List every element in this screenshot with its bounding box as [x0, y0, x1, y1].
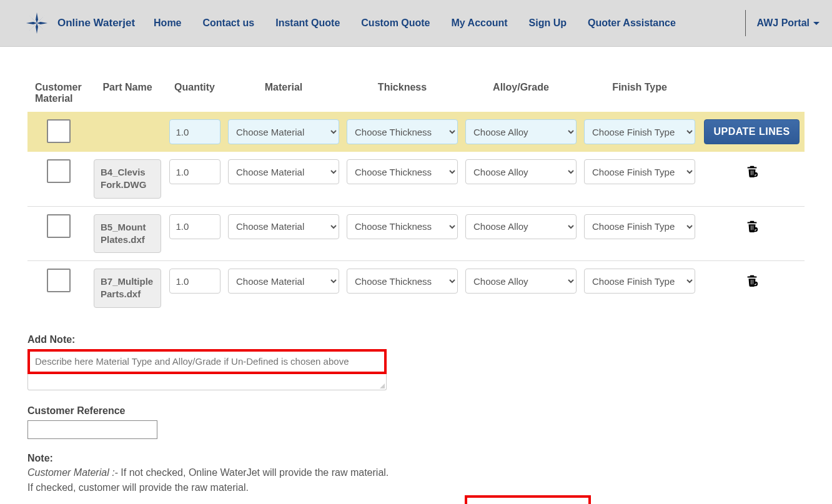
resize-handle-icon — [379, 382, 385, 388]
quantity-input[interactable] — [169, 269, 220, 294]
nav-divider — [745, 10, 746, 36]
svg-marker-2 — [26, 22, 37, 24]
customer-material-checkbox[interactable] — [47, 119, 71, 143]
nav-quoter-assistance[interactable]: Quoter Assistance — [588, 17, 676, 29]
svg-marker-4 — [29, 16, 37, 23]
save-highlight: SAVE DETAILS — [465, 495, 591, 505]
update-lines-button[interactable]: UPDATE LINES — [704, 119, 799, 144]
material-select[interactable]: Choose Material — [228, 269, 339, 294]
add-note-highlight — [27, 349, 387, 374]
material-select[interactable]: Choose Material — [228, 214, 339, 239]
thickness-select[interactable]: Choose Thickness — [347, 214, 458, 239]
nav-links: Home Contact us Instant Quote Custom Quo… — [154, 17, 676, 29]
portal-label: AWJ Portal — [757, 17, 810, 29]
parts-table: Customer Material Part Name Quantity Mat… — [27, 78, 805, 315]
svg-marker-0 — [36, 12, 38, 23]
finish-select[interactable]: Choose Finish Type — [584, 119, 695, 144]
th-part-name: Part Name — [90, 78, 165, 112]
trash-icon[interactable] — [745, 164, 759, 178]
part-name-button[interactable]: B4_Clevis Fork.DWG — [94, 159, 161, 199]
finish-select[interactable]: Choose Finish Type — [584, 159, 695, 184]
alloy-select[interactable]: Choose Alloy — [465, 119, 577, 144]
svg-marker-6 — [29, 23, 37, 31]
trash-icon[interactable] — [745, 219, 759, 233]
th-thickness: Thickness — [343, 78, 462, 112]
customer-reference-label: Customer Reference — [27, 405, 805, 417]
chevron-down-icon — [813, 22, 820, 25]
trash-icon[interactable] — [745, 274, 759, 287]
nav-contact[interactable]: Contact us — [203, 17, 255, 29]
customer-reference-input[interactable] — [27, 420, 157, 439]
note-line1: If not checked, Online WaterJet will pro… — [118, 467, 389, 478]
nav-my-account[interactable]: My Account — [452, 17, 508, 29]
finish-select[interactable]: Choose Finish Type — [584, 214, 695, 239]
th-quantity: Quantity — [165, 78, 224, 112]
customer-material-checkbox[interactable] — [47, 269, 71, 292]
thickness-select[interactable]: Choose Thickness — [347, 119, 458, 144]
svg-point-9 — [753, 227, 757, 231]
textarea-resize-area[interactable] — [27, 374, 387, 390]
svg-marker-5 — [37, 16, 44, 23]
quantity-input[interactable] — [169, 159, 220, 184]
nav-custom-quote[interactable]: Custom Quote — [361, 17, 430, 29]
material-select[interactable]: Choose Material — [228, 119, 339, 144]
material-select[interactable]: Choose Material — [228, 159, 339, 184]
alloy-select[interactable]: Choose Alloy — [465, 214, 577, 239]
portal-dropdown[interactable]: AWJ Portal — [757, 17, 820, 29]
svg-marker-7 — [37, 23, 44, 31]
th-alloy: Alloy/Grade — [462, 78, 580, 112]
note-emph: Customer Material :- — [27, 467, 118, 478]
thickness-select[interactable]: Choose Thickness — [347, 269, 458, 294]
svg-point-10 — [753, 282, 757, 286]
note-line2: If checked, customer will provide the ra… — [27, 482, 249, 493]
quantity-input[interactable] — [169, 214, 220, 239]
navbar: Online Waterjet Home Contact us Instant … — [0, 0, 832, 47]
nav-sign-up[interactable]: Sign Up — [529, 17, 567, 29]
note-heading: Note: — [27, 453, 805, 464]
th-finish: Finish Type — [580, 78, 699, 112]
svg-marker-3 — [37, 22, 47, 24]
finish-select[interactable]: Choose Finish Type — [584, 269, 695, 294]
svg-marker-1 — [36, 23, 38, 34]
alloy-select[interactable]: Choose Alloy — [465, 159, 577, 184]
alloy-select[interactable]: Choose Alloy — [465, 269, 577, 294]
customer-material-checkbox[interactable] — [47, 159, 71, 183]
brand-title[interactable]: Online Waterjet — [57, 17, 135, 29]
thickness-select[interactable]: Choose Thickness — [347, 159, 458, 184]
customer-material-checkbox[interactable] — [47, 214, 71, 238]
svg-point-8 — [753, 172, 757, 177]
add-note-label: Add Note: — [27, 334, 805, 345]
part-name-button[interactable]: B7_Multiple Parts.dxf — [94, 269, 161, 308]
th-material: Material — [224, 78, 343, 112]
add-note-input[interactable] — [30, 352, 384, 372]
part-name-button[interactable]: B5_Mount Plates.dxf — [94, 214, 161, 254]
logo-icon — [25, 11, 49, 35]
th-customer-material: Customer Material — [27, 78, 90, 112]
quantity-input[interactable] — [169, 119, 220, 144]
nav-home[interactable]: Home — [154, 17, 181, 29]
note-body: Customer Material :- If not checked, Onl… — [27, 465, 805, 495]
nav-instant-quote[interactable]: Instant Quote — [275, 17, 340, 29]
